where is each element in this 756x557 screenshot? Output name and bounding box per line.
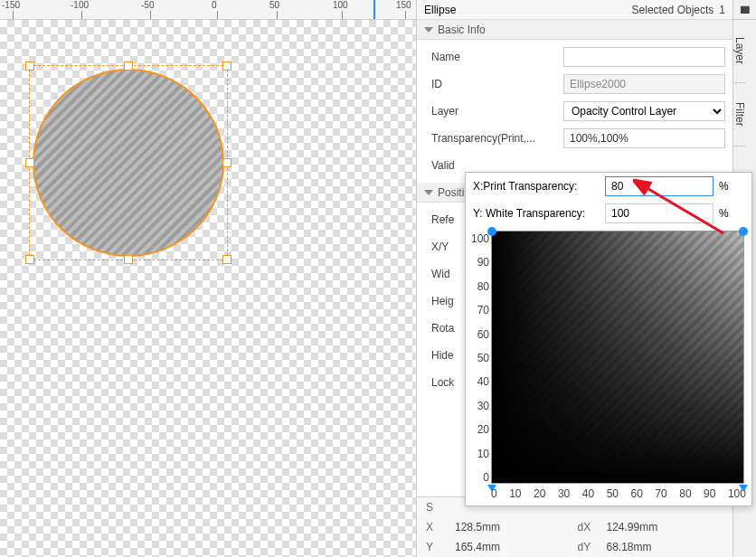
section-title: Positi (438, 186, 464, 199)
selected-objects-label: Selected Objects (632, 4, 714, 16)
status-y-label: Y (426, 541, 446, 553)
status-x-value: 128.5mm (455, 521, 500, 533)
resize-handle-tm[interactable] (124, 61, 133, 71)
tab-filter[interactable]: Filter (733, 83, 746, 146)
ruler-tick-label: 0 (212, 0, 217, 10)
resize-handle-bl[interactable] (25, 255, 34, 264)
print-transparency-label: X:Print Transparency: (473, 180, 600, 193)
status-dx-value: 124.99mm (607, 521, 658, 533)
resize-handle-br[interactable] (222, 255, 232, 264)
chevron-down-icon (424, 190, 433, 195)
transparency-input[interactable] (563, 128, 725, 148)
panel-header: Ellipse Selected Objects 1 (417, 0, 732, 20)
gradient-marker-tl[interactable] (487, 227, 496, 236)
percent-label: % (719, 207, 733, 220)
selected-objects-count: 1 (719, 4, 725, 16)
resize-handle-mr[interactable] (222, 158, 232, 167)
tab-layer[interactable]: Layer (733, 20, 746, 83)
ruler-tick-label: -50 (141, 0, 154, 10)
white-transparency-label: Y: White Transparency: (473, 207, 600, 220)
pin-icon[interactable]: ⯀ (733, 0, 756, 20)
ruler-tick-label: -150 (2, 0, 20, 10)
resize-handle-tl[interactable] (25, 61, 34, 71)
name-input[interactable] (563, 47, 725, 67)
id-label: ID (424, 78, 558, 90)
gradient-marker-tr[interactable] (739, 227, 748, 236)
layer-select[interactable]: Opacity Control Layer (563, 101, 725, 121)
ruler-tick-label: -100 (71, 0, 89, 10)
transparency-popup: X:Print Transparency: % Y: White Transpa… (465, 172, 752, 506)
gradient-y-axis: 1009080 706050 403020 100 (471, 231, 491, 500)
gradient-x-axis: 01020 304050 607080 90100 (491, 484, 746, 500)
section-title: Basic Info (438, 24, 486, 36)
status-dy-value: 68.18mm (607, 541, 652, 553)
status-dx-label: dX (578, 521, 598, 533)
canvas-area: -150 -100 -50 0 50 100 150 (0, 0, 416, 557)
id-input (563, 74, 725, 94)
gradient-marker-bl[interactable] (487, 485, 496, 492)
ruler-horizontal: -150 -100 -50 0 50 100 150 (0, 0, 416, 20)
status-x-label: X (426, 521, 446, 533)
white-transparency-input[interactable] (605, 203, 713, 223)
resize-handle-ml[interactable] (25, 158, 34, 167)
resize-handle-bm[interactable] (124, 255, 133, 264)
ruler-tick-label: 100 (333, 0, 348, 10)
status-dy-label: dY (578, 541, 598, 553)
transparency-gradient-picker[interactable] (491, 231, 744, 484)
print-transparency-input[interactable] (605, 176, 713, 196)
object-type-label: Ellipse (424, 4, 456, 16)
chevron-down-icon (424, 27, 433, 33)
percent-label: % (719, 180, 733, 193)
ruler-tick-label: 150 (396, 0, 411, 10)
status-s-label: S (426, 501, 446, 514)
status-y-value: 165.4mm (455, 541, 500, 553)
canvas[interactable] (0, 20, 416, 557)
section-basic-info[interactable]: Basic Info (417, 20, 732, 40)
transparency-label: Transparency(Print,... (424, 132, 558, 145)
valid-label: Valid (424, 159, 558, 172)
selection-bounds[interactable] (29, 65, 228, 260)
layer-label: Layer (424, 105, 558, 118)
gradient-marker-br[interactable] (739, 485, 748, 492)
name-label: Name (424, 51, 558, 63)
resize-handle-tr[interactable] (222, 61, 232, 71)
ruler-tick-label: 50 (269, 0, 279, 10)
ruler-cursor-indicator (373, 0, 375, 19)
